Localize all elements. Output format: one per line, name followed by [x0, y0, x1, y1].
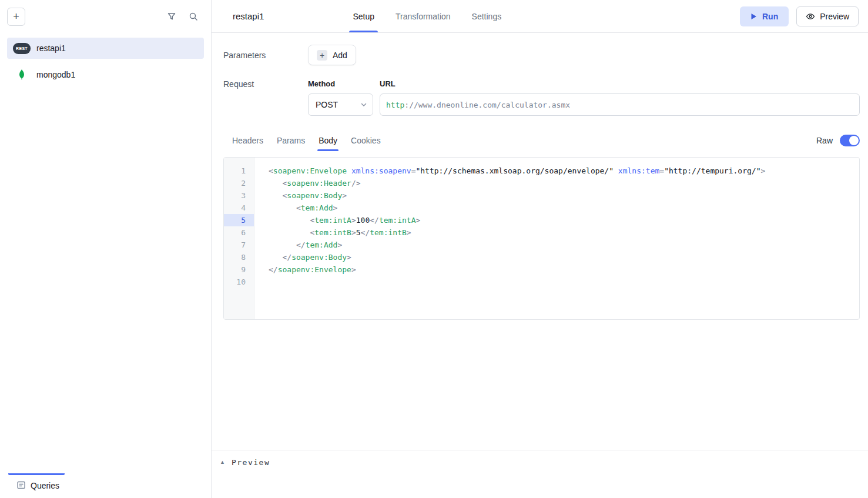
code-line: <tem:intB>5</tem:intB> — [269, 226, 859, 239]
toggle-knob — [849, 136, 859, 145]
query-item-mongodb1[interactable]: mongodb1 — [7, 64, 204, 85]
play-icon — [750, 13, 757, 20]
query-tabs: Setup Transformation Settings — [349, 0, 505, 32]
query-header: restapi1 Setup Transformation Settings R… — [212, 0, 868, 33]
raw-toggle-group: Raw — [816, 135, 860, 151]
line-number: 9 — [224, 263, 254, 276]
raw-toggle[interactable] — [840, 135, 860, 146]
chevron-down-icon — [360, 101, 368, 109]
tab-queries-label: Queries — [31, 481, 59, 490]
preview-panel-collapsed: ▲ Preview — [212, 450, 868, 498]
url-label: URL — [380, 79, 860, 88]
code-line — [269, 276, 859, 288]
raw-label: Raw — [816, 136, 833, 145]
tab-transformation[interactable]: Transformation — [392, 0, 454, 32]
tab-queries[interactable]: Queries — [0, 480, 59, 492]
preview-button-label: Preview — [820, 12, 849, 21]
query-item-label: mongodb1 — [36, 70, 75, 79]
request-config-tabs: Headers Params Body Cookies — [232, 136, 381, 151]
code-line: <soapenv:Envelope xmlns:soapenv="http://… — [269, 165, 859, 177]
new-query-button[interactable]: + — [7, 8, 25, 26]
sidebar-spacer — [0, 90, 211, 473]
active-tab-indicator — [8, 473, 65, 475]
search-icon[interactable] — [189, 12, 198, 21]
sidebar-toolbar: + — [0, 0, 211, 33]
query-item-label: restapi1 — [36, 44, 66, 53]
method-select-value: POST — [316, 100, 338, 109]
parameters-label: Parameters — [223, 51, 308, 60]
plus-icon: + — [317, 50, 327, 61]
line-number: 5 — [224, 214, 254, 226]
editor-code[interactable]: <soapenv:Envelope xmlns:soapenv="http://… — [254, 158, 859, 319]
request-row: Request Method POST URL http://www.dneon… — [223, 79, 860, 116]
eye-icon — [806, 12, 815, 21]
header-actions: Run Preview — [740, 0, 859, 32]
request-config-tabs-row: Headers Params Body Cookies Raw — [223, 135, 860, 151]
queries-icon — [16, 480, 26, 492]
method-label: Method — [308, 79, 373, 88]
code-line: <soapenv:Header/> — [269, 177, 859, 189]
filter-icon[interactable] — [167, 12, 176, 21]
tab-setup[interactable]: Setup — [349, 0, 378, 32]
line-number: 1 — [224, 165, 254, 177]
preview-panel-label: Preview — [232, 458, 270, 467]
add-parameter-button[interactable]: + Add — [308, 45, 356, 65]
code-line: </soapenv:Body> — [269, 251, 859, 263]
run-button-label: Run — [762, 12, 778, 21]
preview-button[interactable]: Preview — [796, 6, 859, 26]
url-input[interactable]: http://www.dneonline.com/calculator.asmx — [380, 93, 860, 116]
line-number: 4 — [224, 202, 254, 214]
main-panel: restapi1 Setup Transformation Settings R… — [212, 0, 868, 498]
code-line: <soapenv:Body> — [269, 189, 859, 202]
line-number: 10 — [224, 276, 254, 288]
sidebar-toolbar-icons — [167, 12, 198, 21]
rest-api-icon: REST — [13, 43, 31, 54]
mongodb-icon — [13, 69, 31, 81]
run-button[interactable]: Run — [740, 6, 789, 26]
tab-settings[interactable]: Settings — [468, 0, 505, 32]
line-number: 8 — [224, 251, 254, 263]
page-title: restapi1 — [233, 0, 264, 32]
tab-headers[interactable]: Headers — [232, 136, 263, 151]
parameters-row: Parameters + Add — [223, 45, 860, 65]
method-column: Method POST — [308, 79, 373, 116]
sidebar-bottom-bar: Queries — [0, 473, 211, 498]
code-line: </soapenv:Envelope> — [269, 263, 859, 276]
tab-cookies[interactable]: Cookies — [351, 136, 381, 151]
setup-content: Parameters + Add Request Method POST — [212, 33, 868, 450]
line-number: 3 — [224, 189, 254, 202]
line-number: 7 — [224, 239, 254, 251]
url-column: URL http://www.dneonline.com/calculator.… — [380, 79, 860, 116]
expand-panel-icon[interactable]: ▲ — [220, 458, 225, 467]
code-line: </tem:Add> — [269, 239, 859, 251]
line-number: 2 — [224, 177, 254, 189]
add-button-label: Add — [333, 51, 347, 60]
editor-gutter: 12345678910 — [224, 158, 254, 319]
app: + REST restapi1 mongodb1 — [0, 0, 868, 498]
code-line: <tem:Add> — [269, 202, 859, 214]
method-select[interactable]: POST — [308, 93, 373, 116]
query-item-restapi1[interactable]: REST restapi1 — [7, 38, 204, 59]
tab-params[interactable]: Params — [277, 136, 305, 151]
tab-body[interactable]: Body — [319, 136, 337, 151]
sidebar: + REST restapi1 mongodb1 — [0, 0, 212, 498]
line-number: 6 — [224, 226, 254, 239]
body-code-editor[interactable]: 12345678910 <soapenv:Envelope xmlns:soap… — [223, 157, 860, 320]
request-label: Request — [223, 79, 308, 89]
code-line: <tem:intA>100</tem:intA> — [269, 214, 859, 226]
query-list: REST restapi1 mongodb1 — [0, 33, 211, 90]
